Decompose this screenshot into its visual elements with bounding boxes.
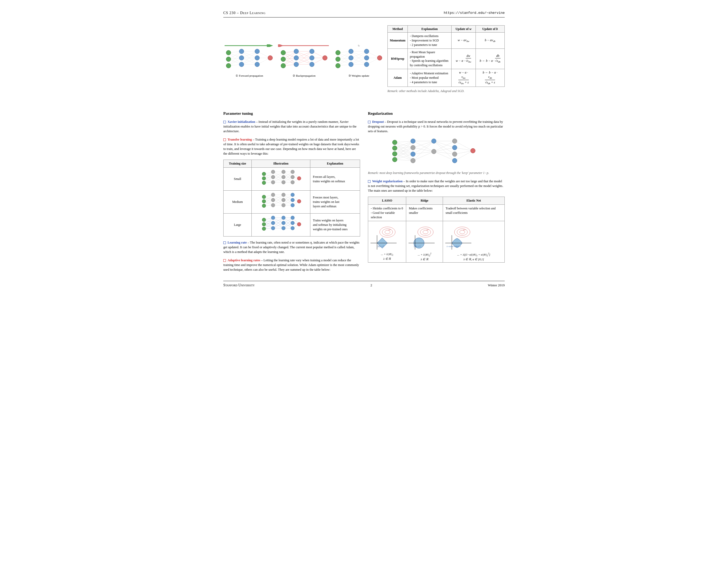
diagram-forward-label: ① Forward propagation bbox=[223, 74, 275, 78]
transfer-learning-block: Transfer learning – Training a deep lear… bbox=[223, 137, 360, 156]
svg-text:(1-α)||θ||₁+α||θ||₂²≤1: (1-α)||θ||₁+α||θ||₂²≤1 bbox=[447, 245, 461, 247]
svg-point-128 bbox=[262, 181, 266, 185]
dropout-term: Dropout bbox=[372, 120, 384, 124]
svg-point-285 bbox=[420, 229, 431, 235]
dropout-remark: Remark: most deep learning frameworks pa… bbox=[368, 171, 505, 175]
diagram-back-number: ② bbox=[293, 74, 296, 77]
adaptive-lr-term: Adaptive learning rates bbox=[227, 258, 260, 262]
svg-point-27 bbox=[239, 62, 244, 67]
svg-point-91 bbox=[349, 62, 353, 67]
svg-point-222 bbox=[291, 221, 294, 225]
svg-line-250 bbox=[434, 141, 455, 148]
svg-point-136 bbox=[291, 175, 294, 179]
transfer-col-size: Training size bbox=[224, 160, 252, 168]
transfer-explanation: Freezes most layers,trains weights on la… bbox=[310, 191, 360, 213]
svg-line-227 bbox=[395, 142, 413, 154]
adaptive-lr-icon bbox=[223, 259, 226, 262]
svg-point-22 bbox=[226, 50, 231, 55]
svg-text:||θ||₁ ≤ 1: ||θ||₁ ≤ 1 bbox=[378, 245, 384, 247]
svg-point-176 bbox=[282, 198, 285, 202]
svg-point-31 bbox=[268, 56, 273, 60]
nn-forward-svg bbox=[223, 47, 275, 71]
svg-point-274 bbox=[452, 158, 457, 163]
table-row: Large bbox=[224, 213, 360, 236]
main-content: Parameter tuning Xavier initialization –… bbox=[223, 106, 505, 276]
method-update-b: b ← b − α · vdb√sdb + ε bbox=[476, 69, 504, 87]
svg-point-213 bbox=[262, 222, 266, 226]
footer-institution: Stanford University bbox=[223, 283, 255, 288]
svg-point-61 bbox=[310, 56, 314, 60]
learning-rate-icon bbox=[223, 241, 226, 244]
svg-point-220 bbox=[282, 226, 285, 230]
svg-line-245 bbox=[413, 141, 434, 154]
table-row: Adam - Adaptive Moment estimation - Most… bbox=[388, 69, 505, 87]
svg-point-181 bbox=[297, 199, 301, 203]
svg-point-28 bbox=[255, 49, 260, 54]
svg-line-231 bbox=[395, 148, 413, 154]
reg-elastic-desc: Tradeoff between variable selection and … bbox=[443, 205, 505, 221]
svg-point-126 bbox=[262, 172, 266, 176]
svg-point-134 bbox=[282, 180, 285, 184]
svg-point-275 bbox=[471, 148, 475, 153]
svg-line-234 bbox=[395, 148, 413, 154]
svg-point-55 bbox=[281, 57, 286, 62]
method-update-w: w − αvdw bbox=[452, 33, 476, 48]
dropout-block: Dropout – Dropout is a technique used in… bbox=[368, 119, 505, 133]
svg-point-219 bbox=[282, 221, 285, 225]
svg-point-263 bbox=[392, 151, 397, 156]
transfer-term: Transfer learning bbox=[227, 138, 252, 141]
nn-medium-svg bbox=[260, 192, 302, 210]
svg-point-170 bbox=[262, 199, 266, 203]
svg-line-226 bbox=[395, 142, 413, 148]
ridge-chart-svg: θ* ||θ||₂ ≤ 1 bbox=[407, 222, 437, 251]
reg-lasso-desc: - Shrinks coefficients to 0- Good for va… bbox=[368, 205, 406, 221]
svg-line-251 bbox=[434, 141, 455, 154]
nn-weights-svg bbox=[333, 47, 385, 71]
svg-point-131 bbox=[271, 180, 275, 184]
method-name: Adam bbox=[388, 69, 408, 87]
table-row: RMSprop - Root Mean Square propagation -… bbox=[388, 48, 505, 69]
header-title: CS 230 – Deep Learning bbox=[223, 10, 266, 16]
svg-point-129 bbox=[271, 170, 275, 174]
svg-point-94 bbox=[364, 62, 369, 67]
dropout-text: – Dropout is a technique used in neural … bbox=[368, 120, 503, 133]
svg-point-26 bbox=[239, 56, 244, 60]
svg-point-23 bbox=[226, 57, 231, 62]
weight-reg-icon bbox=[368, 180, 371, 183]
svg-line-240 bbox=[395, 159, 413, 161]
nn-large-svg bbox=[260, 215, 302, 233]
methods-table-container: Method Explanation Update of w Update of… bbox=[387, 25, 505, 97]
transfer-col-explanation: Explanation bbox=[310, 160, 360, 168]
method-update-w: w − α · vdw√sdw + ε bbox=[452, 69, 476, 87]
svg-text:θ*: θ* bbox=[427, 229, 429, 231]
svg-point-25 bbox=[239, 49, 244, 54]
svg-point-30 bbox=[255, 62, 260, 67]
transfer-icon bbox=[223, 138, 226, 141]
page-footer: Stanford University 2 Winter 2019 bbox=[223, 281, 505, 288]
svg-point-130 bbox=[271, 175, 275, 179]
reg-col-ridge: Ridge bbox=[406, 197, 443, 205]
transfer-table: Training size Illustration Explanation S… bbox=[223, 159, 360, 236]
transfer-size: Medium bbox=[224, 191, 252, 213]
svg-point-169 bbox=[262, 195, 266, 199]
elastic-chart-svg: θ* (1-α)||θ||₁+α||θ||₂²≤1 bbox=[444, 222, 474, 251]
svg-line-235 bbox=[395, 154, 413, 154]
svg-point-266 bbox=[411, 145, 415, 150]
reg-col-elastic: Elastic Net bbox=[443, 197, 505, 205]
weight-reg-block: Weight regularization – In order to make… bbox=[368, 179, 505, 193]
dropout-icon bbox=[368, 121, 371, 123]
page: CS 230 – Deep Learning https://stanford.… bbox=[208, 0, 520, 298]
svg-point-93 bbox=[364, 56, 369, 60]
svg-point-59 bbox=[294, 62, 299, 67]
table-row: Medium bbox=[224, 191, 360, 213]
diagram-weights-number: ③ bbox=[348, 74, 352, 77]
footer-date: Winter 2019 bbox=[488, 283, 505, 288]
svg-point-63 bbox=[323, 56, 327, 60]
svg-line-242 bbox=[413, 141, 434, 151]
reg-ridge-chart: θ* ||θ||₂ ≤ 1 ... + λ||θ||22λ ∈ ℝ bbox=[406, 221, 443, 262]
svg-point-293 bbox=[457, 229, 467, 235]
svg-point-127 bbox=[262, 176, 266, 180]
svg-point-132 bbox=[282, 170, 285, 174]
learning-rate-term: Learning rate bbox=[227, 241, 247, 244]
svg-point-138 bbox=[297, 176, 301, 180]
